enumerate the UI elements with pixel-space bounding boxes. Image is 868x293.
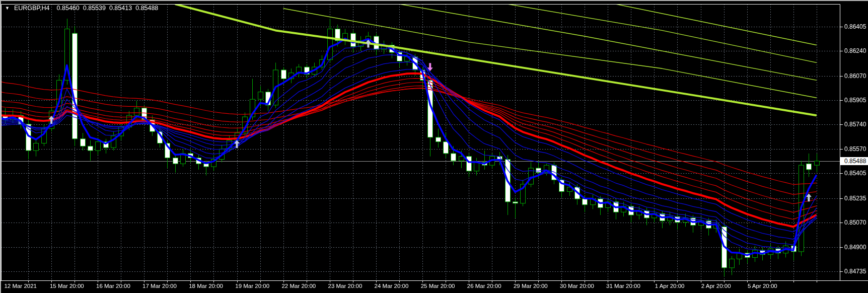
price-axis-label: 0.86240 xyxy=(844,47,866,54)
time-axis-label: 16 Mar 20:00 xyxy=(96,282,130,289)
symbol-dropdown-icon[interactable]: ▼ xyxy=(5,6,10,11)
time-axis-label: 5 Apr 20:00 xyxy=(748,282,777,289)
price-axis-label: 0.85070 xyxy=(844,219,866,226)
ohlc-open-value: 0.85460 xyxy=(57,5,80,12)
price-axis-label: 0.85740 xyxy=(844,121,866,128)
chart-window: ▼ EURGBP,H4 0.85460 0.85539 0.85413 0.85… xyxy=(0,0,868,293)
time-axis-label: 30 Mar 20:00 xyxy=(560,282,594,289)
price-axis-label: 0.85405 xyxy=(844,170,866,177)
chart-title-bar: ▼ EURGBP,H4 0.85460 0.85539 0.85413 0.85… xyxy=(5,5,162,12)
time-axis-label: 2 Apr 20:00 xyxy=(701,282,731,289)
price-axis-label: 0.84900 xyxy=(844,244,866,251)
time-axis-label: 1 Apr 20:00 xyxy=(655,282,685,289)
current-price-tag: 0.85488 xyxy=(840,157,868,165)
time-axis-label: 24 Mar 20:00 xyxy=(375,282,409,289)
price-axis-label: 0.85905 xyxy=(844,97,866,104)
time-axis-label: 18 Mar 20:00 xyxy=(189,282,223,289)
time-axis-label: 17 Mar 20:00 xyxy=(142,282,177,289)
time-axis-label: 31 Mar 20:00 xyxy=(606,282,640,289)
price-chart-canvas[interactable] xyxy=(0,0,868,293)
time-axis-label: 19 Mar 20:00 xyxy=(235,282,269,289)
time-axis-label: 22 Mar 20:00 xyxy=(281,282,316,289)
price-axis-label: 0.85570 xyxy=(844,145,866,153)
time-axis-label: 12 Mar 2021 xyxy=(4,282,37,289)
symbol-period-label: EURGBP,H4 xyxy=(14,5,50,12)
time-axis-label: 15 Mar 20:00 xyxy=(50,282,84,289)
ohlc-high-value: 0.85539 xyxy=(83,5,106,12)
time-axis-label: 29 Mar 20:00 xyxy=(514,282,548,289)
ohlc-low-value: 0.85413 xyxy=(109,5,132,12)
time-axis-label: 23 Mar 20:00 xyxy=(328,282,363,289)
ohlc-close-value: 0.85488 xyxy=(135,5,158,12)
price-axis-label: 0.85235 xyxy=(844,195,866,202)
price-axis-label: 0.84735 xyxy=(844,268,866,275)
time-axis-label: 25 Mar 20:00 xyxy=(421,282,455,289)
price-axis[interactable] xyxy=(840,4,868,280)
price-axis-label: 0.86405 xyxy=(844,23,866,30)
time-axis-label: 26 Mar 20:00 xyxy=(467,282,501,289)
price-axis-label: 0.86070 xyxy=(844,72,866,80)
